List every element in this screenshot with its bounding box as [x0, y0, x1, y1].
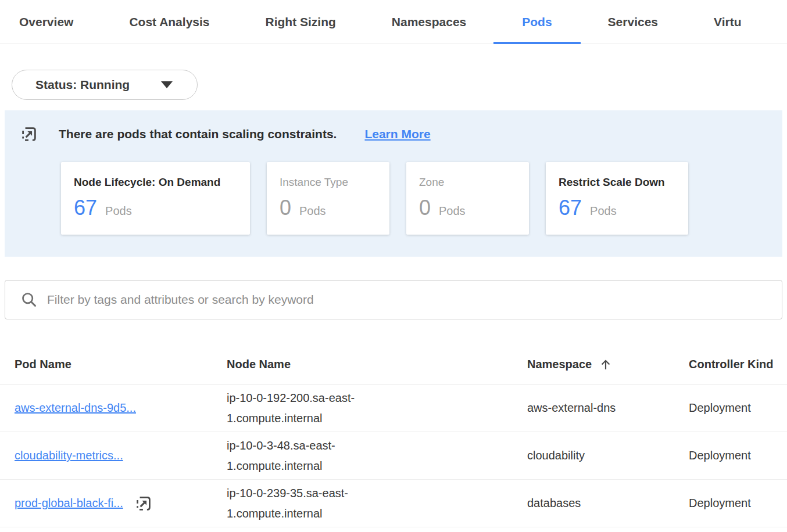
tab-pods[interactable]: Pods	[522, 0, 552, 44]
tab-right-sizing[interactable]: Right Sizing	[266, 0, 336, 44]
learn-more-link[interactable]: Learn More	[364, 127, 430, 141]
status-filter-label: Status: Running	[35, 78, 130, 92]
namespace-cell: databases	[527, 493, 621, 513]
caret-down-icon	[161, 81, 173, 88]
table-row: aws-external-dns-9d5... ip-10-0-192-200.…	[0, 384, 787, 432]
pod-name-link[interactable]: cloudability-metrics...	[15, 449, 123, 462]
constraint-summary-cards: Node Lifecycle: On Demand 67 Pods Instan…	[61, 162, 782, 235]
tab-overview[interactable]: Overview	[19, 0, 73, 44]
column-header-node-name[interactable]: Node Name	[227, 358, 527, 371]
card-title: Restrict Scale Down	[559, 176, 675, 189]
column-header-pod-name[interactable]: Pod Name	[15, 358, 227, 371]
tab-cost-analysis[interactable]: Cost Analysis	[129, 0, 209, 44]
controller-kind-cell: Deployment	[689, 497, 780, 510]
table-row: prod-global-black-fi... ip-10-0-239-35.s…	[0, 480, 787, 527]
card-value: 67	[559, 196, 582, 220]
pod-name-link[interactable]: aws-external-dns-9d5...	[15, 401, 136, 415]
card-node-lifecycle[interactable]: Node Lifecycle: On Demand 67 Pods	[61, 162, 250, 235]
card-title: Zone	[419, 176, 516, 189]
card-unit: Pods	[105, 204, 132, 218]
tab-services[interactable]: Services	[608, 0, 658, 44]
column-header-namespace[interactable]: Namespace	[527, 358, 689, 371]
controller-kind-cell: Deployment	[689, 401, 780, 415]
card-restrict-scale-down[interactable]: Restrict Scale Down 67 Pods	[546, 162, 688, 235]
node-name-cell: ip-10-0-192-200.sa-east-1.compute.intern…	[227, 388, 385, 429]
card-zone[interactable]: Zone 0 Pods	[406, 162, 529, 235]
scaling-constraint-icon	[135, 495, 152, 512]
tab-virtual[interactable]: Virtu	[714, 0, 741, 44]
namespace-cell: cloudability	[527, 445, 621, 466]
card-unit: Pods	[439, 204, 466, 218]
tab-namespaces[interactable]: Namespaces	[392, 0, 466, 44]
card-unit: Pods	[299, 204, 326, 218]
filter-search-bar	[5, 280, 782, 319]
table-row: cloudability-metrics... ip-10-0-3-48.sa-…	[0, 432, 787, 480]
card-title: Node Lifecycle: On Demand	[74, 176, 237, 189]
card-unit: Pods	[590, 204, 617, 218]
node-name-cell: ip-10-0-239-35.sa-east-1.compute.interna…	[227, 483, 385, 524]
table-header-row: Pod Name Node Name Namespace Controller …	[0, 345, 787, 384]
column-header-controller-kind[interactable]: Controller Kind	[689, 358, 780, 371]
top-tab-bar: Overview Cost Analysis Right Sizing Name…	[0, 0, 787, 44]
search-icon	[21, 292, 37, 308]
card-instance-type[interactable]: Instance Type 0 Pods	[267, 162, 389, 235]
card-value: 0	[419, 196, 431, 220]
pod-name-link[interactable]: prod-global-black-fi...	[15, 497, 123, 510]
controller-kind-cell: Deployment	[689, 449, 780, 462]
search-input[interactable]	[47, 293, 770, 307]
pods-table: Pod Name Node Name Namespace Controller …	[0, 345, 787, 527]
card-value: 67	[74, 196, 97, 220]
card-value: 0	[280, 196, 291, 220]
banner-message: There are pods that contain scaling cons…	[59, 127, 337, 141]
card-title: Instance Type	[280, 176, 377, 189]
scaling-constraints-banner: There are pods that contain scaling cons…	[5, 110, 782, 257]
node-name-cell: ip-10-0-3-48.sa-east-1.compute.internal	[227, 436, 385, 476]
namespace-cell: aws-external-dns	[527, 398, 621, 418]
arrow-up-icon	[599, 358, 612, 371]
scaling-constraint-icon	[20, 125, 38, 143]
status-filter-dropdown[interactable]: Status: Running	[12, 70, 198, 100]
